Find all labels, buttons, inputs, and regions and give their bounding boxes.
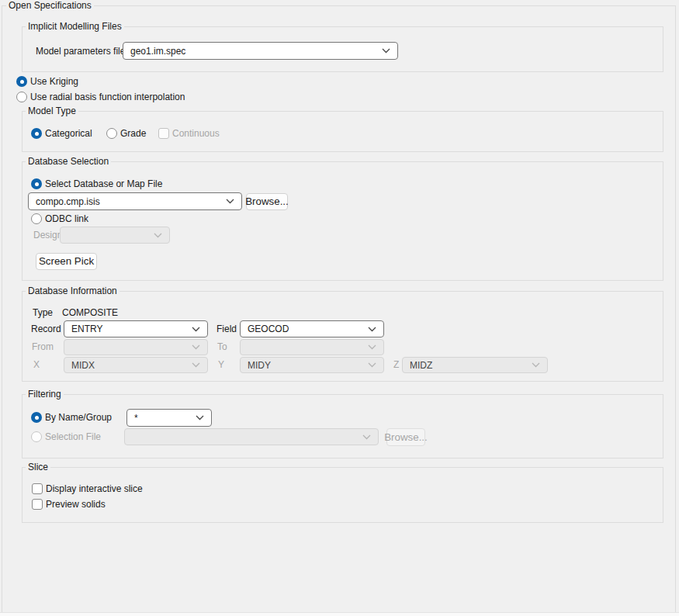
browse-database-button[interactable]: Browse... bbox=[246, 193, 288, 210]
field-select[interactable]: GEOCOD bbox=[240, 320, 384, 337]
selection-file-select bbox=[124, 428, 379, 445]
chevron-down-icon bbox=[192, 327, 200, 332]
record-select[interactable]: ENTRY bbox=[64, 320, 208, 337]
database-file-select[interactable]: compo.cmp.isis bbox=[28, 192, 242, 210]
type-label: Type bbox=[33, 307, 53, 318]
to-label: To bbox=[217, 341, 227, 352]
implicit-modelling-group-label: Implicit Modelling Files bbox=[26, 21, 124, 32]
model-type-group-box bbox=[22, 111, 663, 152]
categorical-label: Categorical bbox=[45, 128, 92, 139]
chevron-down-icon bbox=[196, 415, 204, 420]
x-select: MIDX bbox=[64, 357, 208, 373]
chevron-down-icon bbox=[532, 362, 540, 368]
selection-file-label: Selection File bbox=[45, 431, 101, 442]
chevron-down-icon bbox=[382, 48, 390, 54]
select-database-radio[interactable] bbox=[31, 178, 42, 189]
slice-group-box bbox=[22, 467, 663, 523]
grade-label: Grade bbox=[120, 128, 146, 139]
bottom-edge-strip bbox=[0, 612, 679, 616]
record-value: ENTRY bbox=[71, 324, 187, 334]
z-select: MIDZ bbox=[402, 357, 548, 373]
chevron-down-icon bbox=[192, 344, 200, 350]
grade-radio[interactable] bbox=[106, 128, 117, 139]
by-name-group-radio[interactable] bbox=[31, 412, 42, 423]
y-select: MIDY bbox=[240, 357, 384, 373]
display-interactive-slice-label: Display interactive slice bbox=[46, 483, 143, 494]
continuous-checkbox[interactable] bbox=[158, 128, 169, 139]
display-interactive-slice-checkbox[interactable] bbox=[32, 483, 43, 494]
database-selection-group-label: Database Selection bbox=[26, 156, 111, 167]
model-parameters-select[interactable]: geo1.im.spec bbox=[123, 42, 398, 60]
field-label: Field bbox=[217, 324, 237, 334]
y-value: MIDY bbox=[248, 360, 363, 371]
model-type-group-label: Model Type bbox=[26, 106, 78, 116]
z-label: Z bbox=[393, 359, 399, 370]
y-label: Y bbox=[218, 359, 224, 370]
field-value: GEOCOD bbox=[248, 324, 363, 334]
chevron-down-icon bbox=[368, 344, 376, 350]
continuous-label: Continuous bbox=[172, 128, 220, 139]
preview-solids-checkbox[interactable] bbox=[32, 499, 43, 510]
x-label: X bbox=[33, 359, 40, 370]
filtering-group-label: Filtering bbox=[26, 389, 64, 400]
x-value: MIDX bbox=[71, 360, 187, 371]
type-value: COMPOSITE bbox=[62, 307, 118, 318]
categorical-radio[interactable] bbox=[31, 128, 42, 139]
by-name-group-label: By Name/Group bbox=[45, 412, 112, 423]
model-parameters-label: Model parameters file bbox=[36, 46, 125, 57]
by-name-group-value: * bbox=[134, 413, 191, 424]
database-file-value: compo.cmp.isis bbox=[36, 196, 221, 207]
database-information-group-label: Database Information bbox=[26, 286, 120, 296]
chevron-down-icon bbox=[154, 233, 162, 238]
chevron-down-icon bbox=[362, 434, 371, 440]
chevron-down-icon bbox=[368, 327, 376, 332]
chevron-down-icon bbox=[226, 199, 234, 204]
screen-pick-button[interactable]: Screen Pick bbox=[36, 253, 97, 270]
odbc-link-label: ODBC link bbox=[45, 213, 88, 224]
selection-file-radio bbox=[31, 431, 42, 442]
design-select bbox=[60, 227, 170, 244]
filtering-group-box bbox=[22, 394, 663, 459]
record-label: Record bbox=[31, 324, 61, 334]
chevron-down-icon bbox=[368, 362, 376, 368]
use-rbf-label: Use radial basis function interpolation bbox=[30, 92, 185, 102]
from-select bbox=[64, 339, 208, 355]
model-parameters-value: geo1.im.spec bbox=[130, 46, 377, 57]
use-kriging-label: Use Kriging bbox=[30, 76, 78, 87]
from-label: From bbox=[32, 341, 54, 352]
z-value: MIDZ bbox=[410, 360, 527, 371]
page-title: Open Specifications bbox=[6, 0, 94, 11]
preview-solids-label: Preview solids bbox=[46, 499, 106, 510]
to-select bbox=[240, 339, 384, 355]
use-rbf-radio[interactable] bbox=[16, 92, 27, 102]
design-label: Design bbox=[33, 230, 62, 241]
select-database-label: Select Database or Map File bbox=[45, 178, 162, 189]
use-kriging-radio[interactable] bbox=[16, 76, 27, 87]
chevron-down-icon bbox=[192, 362, 200, 368]
by-name-group-select[interactable]: * bbox=[126, 409, 212, 427]
browse-selection-file-button: Browse... bbox=[386, 428, 425, 446]
odbc-link-radio[interactable] bbox=[31, 213, 42, 224]
slice-group-label: Slice bbox=[26, 462, 50, 472]
